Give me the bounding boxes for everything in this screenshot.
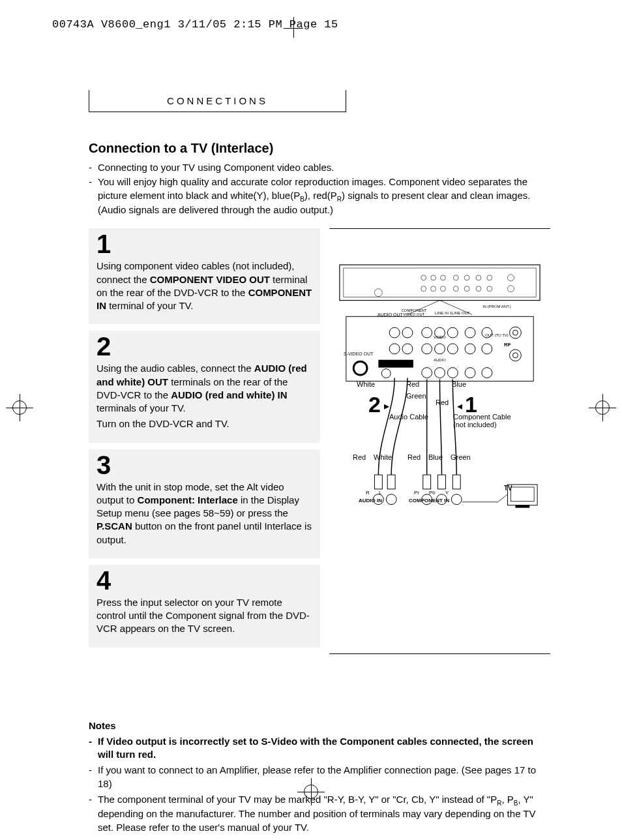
svg-rect-62	[511, 487, 535, 502]
label-audio-in: AUDIO IN	[359, 498, 382, 503]
label-red-bl: Red	[353, 453, 366, 461]
label-rf: RF	[504, 342, 511, 348]
registration-mark-left	[10, 398, 29, 420]
note-text-3: The component terminal of your TV may be…	[98, 793, 545, 834]
svg-rect-53	[452, 475, 460, 489]
svg-rect-50	[387, 475, 395, 489]
svg-point-58	[451, 494, 462, 505]
svg-point-28	[422, 327, 432, 338]
step-number: 1	[96, 231, 312, 257]
label-svideo-out: S-VIDEO OUT	[344, 352, 374, 356]
svg-rect-0	[340, 265, 540, 301]
section-label: CONNECTIONS	[89, 90, 346, 112]
note-item-1: - If Video output is incorrectly set to …	[89, 735, 545, 762]
step-text: Press the input selector on your TV remo…	[96, 596, 312, 636]
svg-point-36	[435, 344, 445, 354]
svg-point-11	[431, 286, 436, 292]
svg-rect-49	[374, 475, 382, 489]
svg-point-16	[487, 286, 492, 292]
svg-rect-52	[438, 475, 446, 489]
step-3: 3 With the unit in stop mode, set the Al…	[89, 449, 320, 558]
intro-text-2: You will enjoy high quality and accurate…	[98, 175, 545, 217]
page: 00743A V8600_eng1 3/11/05 2:15 PM Page 1…	[0, 0, 622, 840]
svg-point-55	[386, 494, 396, 505]
print-header-meta: 00743A V8600_eng1 3/11/05 2:15 PM Page 1…	[52, 18, 338, 31]
svg-point-43	[465, 368, 475, 378]
step-1: 1 Using component video cables (not incl…	[89, 228, 320, 324]
registration-mark-bottom	[301, 782, 321, 804]
label-white-top: White	[357, 380, 375, 388]
svg-point-23	[355, 363, 366, 374]
intro-item-1: - Connecting to your TV using Component …	[89, 161, 545, 174]
svg-point-41	[435, 368, 445, 378]
svg-point-7	[464, 275, 469, 280]
svg-point-26	[389, 327, 400, 338]
label-audio: AUDIO	[434, 358, 446, 362]
notes-title: Notes	[89, 719, 545, 732]
label-tv: TV	[504, 485, 512, 492]
label-out-tv: OUT (TO TV)	[482, 333, 512, 337]
label-component-video-out: COMPONENT VIDEO OUT	[400, 308, 428, 316]
section-title: Connection to a TV (Interlace)	[89, 141, 584, 156]
registration-mark-right	[593, 398, 612, 420]
label-line-in1: LINE IN 1	[435, 311, 452, 315]
step-text: With the unit in stop mode, set the Alt …	[96, 481, 312, 547]
svg-rect-51	[423, 475, 431, 489]
svg-point-38	[465, 344, 475, 354]
svg-point-27	[402, 327, 413, 338]
intro-item-2: - You will enjoy high quality and accura…	[89, 175, 545, 217]
label-pb: Pb	[429, 490, 436, 496]
label-r: R	[366, 490, 370, 496]
label-blue-top: Blue	[452, 380, 466, 388]
connection-diagram: AUDIO OUT COMPONENT VIDEO OUT LINE IN 1 …	[329, 228, 550, 653]
svg-point-34	[402, 344, 413, 354]
step-number: 2	[96, 333, 312, 359]
svg-point-25	[381, 369, 391, 378]
svg-point-4	[431, 275, 436, 280]
svg-point-42	[447, 368, 458, 378]
label-red-bl2: Red	[407, 453, 421, 461]
step-2: 2 Using the audio cables, connect the AU…	[89, 331, 320, 442]
label-red-mid: Red	[436, 398, 449, 406]
label-in-ant: IN (FROM ANT.)	[482, 305, 512, 308]
label-l: L	[379, 490, 381, 496]
step-text: Using component video cables (not includ…	[96, 260, 312, 312]
svg-point-30	[447, 327, 458, 338]
note-text-1: If Video output is incorrectly set to S-…	[98, 735, 545, 762]
intro-list: - Connecting to your TV using Component …	[89, 161, 545, 217]
label-component-in: COMPONENT IN	[409, 498, 449, 503]
svg-point-10	[421, 286, 426, 292]
svg-point-5	[440, 275, 445, 280]
svg-line-60	[498, 494, 508, 502]
svg-point-6	[453, 275, 458, 280]
svg-rect-63	[515, 505, 529, 508]
svg-point-44	[482, 368, 492, 378]
svg-point-33	[389, 344, 400, 354]
svg-point-37	[447, 344, 458, 354]
label-component-cable: Component Cable (not included)	[453, 413, 512, 428]
label-green-bl: Green	[451, 453, 471, 461]
label-pr: Pr	[414, 490, 419, 496]
label-red-top: Red	[406, 380, 419, 388]
content-row: 1 Using component video cables (not incl…	[38, 228, 584, 653]
svg-point-13	[453, 286, 458, 292]
svg-rect-24	[378, 360, 413, 368]
label-white-bl: White	[374, 453, 392, 461]
svg-point-14	[464, 286, 469, 292]
intro-text-1: Connecting to your TV using Component vi…	[98, 161, 334, 174]
svg-point-35	[422, 344, 432, 354]
step-text-2: Turn on the DVD-VCR and TV.	[96, 417, 312, 430]
label-video: VIDEO	[434, 335, 446, 339]
label-digital-audio-out: DIGITAL AUDIO OUT	[370, 355, 402, 359]
svg-point-9	[487, 275, 492, 280]
svg-point-39	[482, 344, 492, 354]
svg-point-17	[508, 275, 514, 281]
label-line-out: LINE OUT	[452, 311, 470, 315]
step-text: Using the audio cables, connect the AUDI…	[96, 362, 312, 415]
svg-point-31	[465, 327, 475, 338]
svg-point-40	[422, 368, 432, 378]
arrow-left-icon: ◂	[457, 400, 462, 412]
step-number: 3	[96, 452, 312, 478]
arrow-right-icon: ▸	[384, 400, 389, 412]
diagram-number-2: 2	[368, 392, 381, 417]
